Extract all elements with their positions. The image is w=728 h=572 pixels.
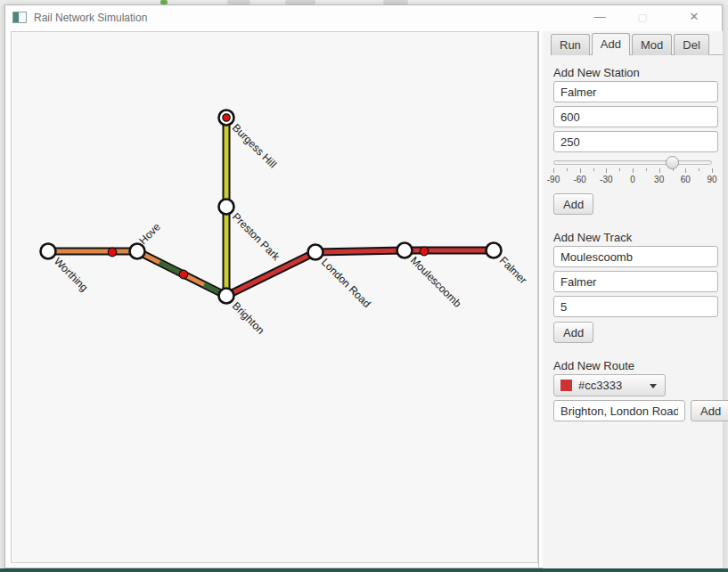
slider-tick-label: -60 — [567, 175, 593, 184]
route-color-dropdown[interactable]: #cc3333 — [553, 374, 666, 396]
add-track-button[interactable]: Add — [553, 322, 593, 343]
tab-bar: RunAddModDel — [551, 33, 723, 55]
window-title: Rail Network Simulation — [34, 12, 147, 24]
add-track-heading: Add New Track — [553, 231, 632, 244]
station-circle[interactable] — [308, 245, 323, 260]
slider-tick — [646, 168, 647, 171]
station-name-input[interactable] — [553, 81, 718, 102]
control-panel: RunAddModDel Add New Station -90-60-3003… — [543, 31, 723, 568]
slider-tick-label: 30 — [646, 175, 673, 184]
slider-tick-label: 0 — [619, 175, 646, 184]
close-button[interactable]: ✕ — [675, 5, 714, 30]
slider-tick — [673, 168, 674, 171]
tab-add[interactable]: Add — [592, 33, 630, 55]
station-label: Preston Park — [230, 210, 283, 264]
route-color-swatch — [560, 380, 572, 391]
add-station-button[interactable]: Add — [553, 193, 593, 215]
route-stations-input[interactable] — [553, 400, 685, 421]
slider-tick-label: 90 — [699, 175, 725, 184]
slider-thumb[interactable] — [666, 156, 679, 169]
rail-network-drawing: WorthingHoveBrightonPreston ParkBurgess … — [12, 32, 537, 562]
label-angle-slider[interactable]: -90-60-300306090 — [553, 157, 714, 187]
slider-tick — [619, 168, 620, 171]
maximize-button[interactable]: ▢ — [623, 5, 662, 30]
route-color-value: #cc3333 — [578, 379, 622, 392]
slider-tick — [685, 168, 686, 173]
train-dot[interactable] — [108, 248, 117, 257]
station-circle[interactable] — [130, 244, 145, 259]
rail-map-canvas[interactable]: WorthingHoveBrightonPreston ParkBurgess … — [11, 31, 538, 563]
add-station-heading: Add New Station — [553, 66, 640, 79]
station-circle[interactable] — [219, 289, 234, 304]
station-label: London Road — [319, 256, 373, 310]
slider-tick — [712, 168, 713, 173]
slider-tick — [553, 168, 554, 173]
train-dot[interactable] — [179, 270, 188, 279]
slider-track[interactable] — [553, 160, 712, 165]
station-label: Moulescoomb — [408, 254, 464, 310]
station-circle[interactable] — [41, 244, 56, 259]
track-to-input[interactable] — [553, 271, 718, 292]
panel-divider — [538, 31, 539, 568]
slider-tick — [659, 168, 660, 173]
station-label: Falmer — [497, 254, 529, 286]
slider-tick — [699, 168, 699, 171]
slider-tick — [606, 168, 607, 173]
slider-tick-label: -90 — [540, 175, 567, 184]
station-circle[interactable] — [397, 243, 413, 258]
station-circle[interactable] — [219, 200, 234, 215]
station-x-input[interactable] — [553, 106, 718, 127]
tab-del[interactable]: Del — [674, 34, 709, 55]
station-label: Brighton — [230, 299, 267, 337]
slider-tick — [580, 168, 581, 173]
app-icon — [12, 12, 27, 23]
track-line[interactable] — [315, 250, 405, 252]
slider-tick-label: 60 — [672, 175, 699, 184]
slider-tick — [633, 168, 634, 173]
train-at-station-dot — [223, 114, 230, 121]
slider-tick — [593, 168, 594, 171]
minimize-button[interactable]: — — [580, 5, 619, 30]
slider-tick-label: -30 — [593, 175, 619, 184]
station-circle[interactable] — [487, 243, 502, 258]
track-length-input[interactable] — [553, 296, 718, 317]
chevron-down-icon — [650, 384, 657, 388]
app-window: Rail Network Simulation — ▢ ✕ WorthingHo… — [4, 4, 723, 568]
station-label: Worthing — [52, 255, 91, 294]
add-route-heading: Add New Route — [553, 359, 634, 372]
station-label: Burgess Hill — [230, 121, 279, 170]
titlebar[interactable]: Rail Network Simulation — ▢ ✕ — [5, 5, 722, 30]
track-from-input[interactable] — [553, 246, 718, 267]
slider-tick — [567, 168, 568, 171]
train-dot[interactable] — [420, 247, 429, 256]
station-label: Hove — [136, 220, 163, 247]
add-route-button[interactable]: Add — [691, 400, 728, 421]
tab-run[interactable]: Run — [551, 34, 590, 55]
station-y-input[interactable] — [553, 131, 718, 152]
tab-mod[interactable]: Mod — [632, 34, 672, 55]
desktop-bottom-strip — [0, 568, 728, 572]
